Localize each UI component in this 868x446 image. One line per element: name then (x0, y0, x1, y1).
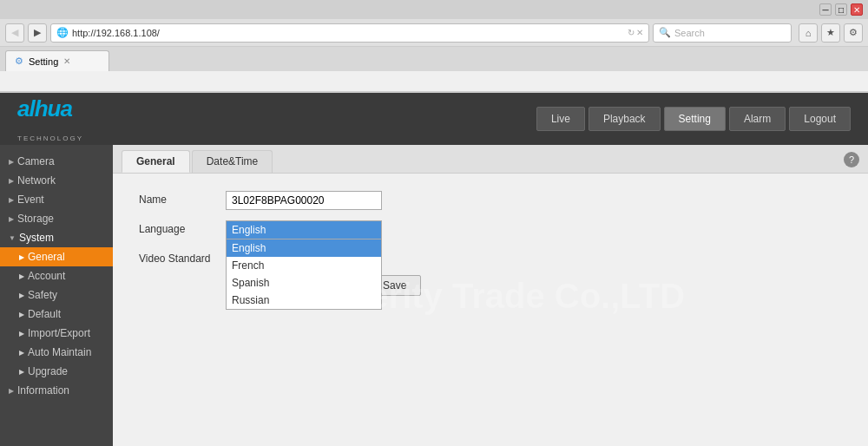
sidebar-safety-label: Safety (28, 289, 57, 301)
tab-icon: ⚙ (15, 56, 23, 67)
browser-tab[interactable]: ⚙ Setting ✕ (5, 50, 109, 71)
sidebar-subitem-auto-maintain[interactable]: ▶ Auto Maintain (0, 343, 113, 362)
language-option-russian[interactable]: Russian (227, 292, 381, 309)
language-option-spanish[interactable]: Spanish (227, 274, 381, 292)
nav-bar: ◀ ▶ 🌐 http://192.168.1.108/ ↻ ✕ 🔍 Search… (0, 19, 868, 47)
language-label: Language (139, 220, 226, 235)
search-box[interactable]: 🔍 Search (653, 23, 792, 43)
sidebar-general-label: General (28, 251, 65, 263)
close-address-icon[interactable]: ✕ (636, 28, 643, 37)
sidebar-subitem-safety[interactable]: ▶ Safety (0, 285, 113, 305)
sidebar-storage-label: Storage (17, 213, 54, 225)
language-row: Language English English French Spanish … (139, 220, 842, 239)
sidebar-item-camera[interactable]: ▶ Camera (0, 152, 113, 171)
sidebar-automaintain-label: Auto Maintain (28, 346, 91, 358)
app-wrapper: alhua TECHNOLOGY Live Playback Setting A… (0, 93, 868, 446)
sidebar-subitem-account[interactable]: ▶ Account (0, 266, 113, 285)
sidebar-event-label: Event (17, 193, 44, 206)
search-icon: 🔍 (659, 27, 671, 38)
sidebar-subitem-import-export[interactable]: ▶ Import/Export (0, 324, 113, 343)
main-layout: ▶ Camera ▶ Network ▶ Event ▶ Storage ▼ S… (0, 145, 868, 446)
sidebar-default-label: Default (28, 308, 61, 320)
tab-close-button[interactable]: ✕ (63, 56, 70, 66)
safety-arrow-icon: ▶ (19, 292, 24, 299)
video-standard-label: Video Standard (139, 250, 226, 265)
language-control: English English French Spanish Russian (226, 220, 842, 239)
sidebar-item-network[interactable]: ▶ Network (0, 171, 113, 190)
refresh-icon[interactable]: ↻ (628, 28, 635, 37)
name-row: Name (139, 191, 842, 210)
app-header: alhua TECHNOLOGY Live Playback Setting A… (0, 93, 868, 145)
search-placeholder: Search (674, 28, 705, 38)
sidebar-system-label: System (19, 232, 54, 244)
sidebar-information-label: Information (17, 384, 69, 397)
sidebar-camera-label: Camera (17, 155, 55, 167)
camera-arrow-icon: ▶ (9, 158, 14, 166)
sidebar-subitem-upgrade[interactable]: ▶ Upgrade (0, 362, 113, 381)
name-input[interactable] (226, 191, 382, 210)
sidebar-subitem-default[interactable]: ▶ Default (0, 305, 113, 324)
live-button[interactable]: Live (536, 107, 585, 131)
network-arrow-icon: ▶ (9, 177, 14, 185)
setting-button[interactable]: Setting (664, 107, 726, 131)
system-arrow-icon: ▼ (9, 234, 16, 242)
sidebar-account-label: Account (28, 270, 65, 282)
address-text: http://192.168.1.108/ (72, 28, 624, 38)
back-button[interactable]: ◀ (5, 23, 24, 43)
tab-title: Setting (29, 56, 58, 67)
automaintain-arrow-icon: ▶ (19, 349, 24, 357)
language-dropdown-list: English French Spanish Russian (226, 239, 382, 310)
sidebar-network-label: Network (17, 174, 56, 187)
forward-button[interactable]: ▶ (28, 23, 47, 43)
name-control (226, 191, 842, 210)
content-tabs: General Date&Time ? (113, 145, 868, 174)
help-button[interactable]: ? (844, 152, 859, 167)
default-arrow-icon: ▶ (19, 311, 24, 318)
sidebar-item-event[interactable]: ▶ Event (0, 190, 113, 209)
language-selected[interactable]: English (226, 220, 382, 239)
storage-arrow-icon: ▶ (9, 215, 14, 223)
close-button[interactable]: ✕ (851, 3, 863, 16)
logo-sub: TECHNOLOGY (17, 134, 83, 142)
logo-text: alhua (17, 95, 83, 122)
settings-nav-button[interactable]: ⚙ (844, 23, 863, 43)
address-icon: 🌐 (56, 27, 69, 38)
language-dropdown[interactable]: English English French Spanish Russian (226, 220, 382, 239)
import-export-arrow-icon: ▶ (19, 330, 24, 338)
sidebar-upgrade-label: Upgrade (28, 365, 68, 377)
favorites-button[interactable]: ★ (821, 23, 840, 43)
playback-button[interactable]: Playback (589, 107, 661, 131)
sidebar-subitem-general[interactable]: ▶ General (0, 247, 113, 266)
content-area: General Date&Time ? Name Language (113, 145, 868, 446)
home-button[interactable]: ⌂ (799, 23, 818, 43)
sidebar-importexport-label: Import/Export (28, 327, 90, 339)
title-bar: ─ □ ✕ (0, 0, 868, 19)
logout-button[interactable]: Logout (789, 107, 851, 131)
favorites-bar (0, 71, 868, 92)
sidebar-item-storage[interactable]: ▶ Storage (0, 209, 113, 228)
alarm-button[interactable]: Alarm (729, 107, 786, 131)
sidebar: ▶ Camera ▶ Network ▶ Event ▶ Storage ▼ S… (0, 145, 113, 446)
name-label: Name (139, 191, 226, 206)
tab-general[interactable]: General (122, 150, 190, 173)
header-nav: Live Playback Setting Alarm Logout (536, 107, 851, 131)
tab-datetime[interactable]: Date&Time (192, 150, 273, 173)
maximize-button[interactable]: □ (835, 3, 847, 16)
account-arrow-icon: ▶ (19, 272, 24, 280)
language-option-english[interactable]: English (227, 239, 381, 257)
language-option-french[interactable]: French (227, 257, 381, 274)
general-arrow-icon: ▶ (19, 253, 24, 261)
information-arrow-icon: ▶ (9, 387, 14, 395)
address-bar[interactable]: 🌐 http://192.168.1.108/ ↻ ✕ (50, 23, 649, 43)
sidebar-item-system[interactable]: ▼ System (0, 228, 113, 247)
event-arrow-icon: ▶ (9, 196, 14, 204)
upgrade-arrow-icon: ▶ (19, 368, 24, 376)
content-body: Name Language English English French (113, 174, 868, 313)
tab-bar: ⚙ Setting ✕ (0, 47, 868, 71)
minimize-button[interactable]: ─ (819, 3, 832, 16)
logo: alhua TECHNOLOGY (17, 95, 83, 142)
sidebar-item-information[interactable]: ▶ Information (0, 381, 113, 400)
